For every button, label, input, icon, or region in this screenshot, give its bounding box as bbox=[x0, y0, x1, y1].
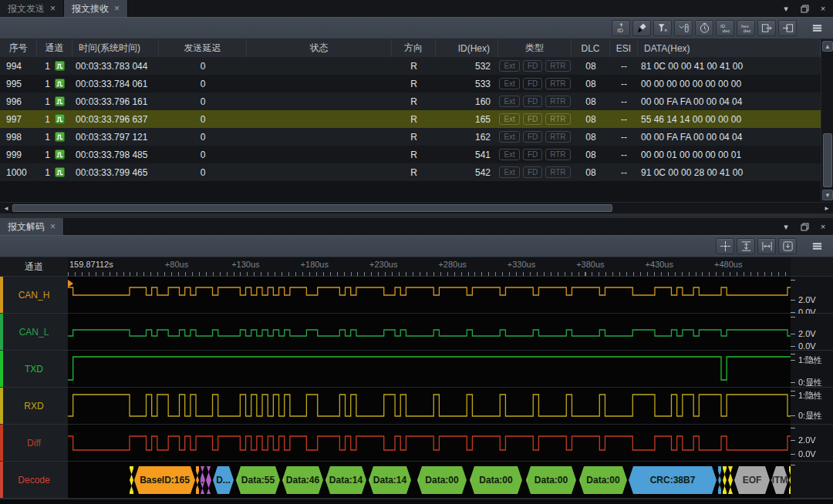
plot-can_l[interactable] bbox=[68, 314, 791, 351]
timer-button[interactable] bbox=[695, 20, 713, 36]
column-header-1[interactable]: 通道 bbox=[37, 39, 73, 57]
decode-segment-BaseID165[interactable]: BaseID:165 bbox=[134, 466, 195, 494]
decode-segment-CRC38B7[interactable]: CRC:38B7 bbox=[629, 466, 717, 494]
decode-panel: 报文解码 × ▾ × 通道 159.87112s +80us+130us+180… bbox=[0, 218, 833, 504]
filter-button[interactable] bbox=[653, 20, 672, 36]
column-header-0[interactable]: 序号 bbox=[0, 39, 37, 57]
channel-label-txd[interactable]: TXD bbox=[0, 351, 68, 388]
channel-label-can_l[interactable]: CAN_L bbox=[0, 314, 68, 351]
scroll-down-icon[interactable]: ▼ bbox=[822, 190, 833, 200]
decode-segment-ITM[interactable]: ITM bbox=[771, 466, 788, 494]
column-header-9[interactable]: ESI bbox=[610, 39, 638, 57]
scroll-right-icon[interactable]: ► bbox=[821, 203, 832, 213]
horizontal-scrollbar[interactable]: ◄ ► bbox=[0, 202, 833, 213]
decode-segment-Data14[interactable]: Data:14 bbox=[325, 466, 366, 494]
decode-segment[interactable] bbox=[196, 466, 199, 494]
export-button[interactable] bbox=[757, 20, 776, 36]
top-tabbar: 报文发送×报文接收× ▾ × bbox=[0, 0, 833, 17]
plot-can_h[interactable] bbox=[68, 277, 791, 314]
crosshair-button[interactable] bbox=[716, 238, 734, 254]
cell-direction: R bbox=[392, 150, 436, 160]
tab-close-icon[interactable]: × bbox=[50, 3, 56, 14]
scroll-up-icon[interactable]: ▲ bbox=[822, 41, 833, 52]
decode-segment[interactable] bbox=[130, 466, 133, 494]
panel-dropdown-icon[interactable]: ▾ bbox=[781, 221, 791, 232]
scroll-left-icon[interactable]: ◄ bbox=[1, 203, 12, 213]
tab-receive[interactable]: 报文接收× bbox=[64, 0, 128, 17]
panel-close-icon[interactable]: × bbox=[818, 221, 828, 232]
decode-segment[interactable] bbox=[206, 466, 211, 494]
table-row[interactable]: 997100:03:33.796 6370R165ExtFDRTR08--55 … bbox=[0, 110, 821, 128]
column-header-7[interactable]: 类型 bbox=[498, 39, 572, 57]
channel-label-can_h[interactable]: CAN_H bbox=[0, 277, 68, 314]
decode-segment-Data14[interactable]: Data:14 bbox=[369, 466, 411, 494]
vertical-scrollbar[interactable]: ▲ ▼ bbox=[821, 40, 833, 201]
decode-segment[interactable] bbox=[723, 466, 727, 494]
column-header-3[interactable]: 发送延迟 bbox=[159, 39, 247, 57]
import-button[interactable] bbox=[778, 20, 797, 36]
type-badge-rtr: RTR bbox=[545, 166, 570, 178]
panel-close-icon[interactable]: × bbox=[818, 3, 828, 14]
plot-decode[interactable]: BaseID:165I..D...Data:55Data:46Data:14Da… bbox=[68, 462, 791, 499]
autoscroll-button[interactable] bbox=[674, 20, 693, 36]
decode-segment-Data55[interactable]: Data:55 bbox=[236, 466, 280, 494]
decode-segment-I[interactable]: I.. bbox=[200, 466, 205, 494]
table-row[interactable]: 999100:03:33.798 4850R541ExtFDRTR08--00 … bbox=[0, 146, 821, 163]
panel-dropdown-icon[interactable]: ▾ bbox=[781, 3, 791, 14]
channel-label-rxd[interactable]: RXD bbox=[0, 388, 68, 425]
time-tick-label: +130us bbox=[231, 260, 259, 269]
decode-segment-Data00[interactable]: Data:00 bbox=[579, 466, 627, 494]
horizontal-scroll-thumb[interactable] bbox=[12, 204, 612, 212]
clear-list-button[interactable] bbox=[632, 20, 651, 36]
column-header-4[interactable]: 状态 bbox=[247, 39, 392, 57]
channel-label-diff[interactable]: Diff bbox=[0, 425, 68, 462]
tab-decode[interactable]: 报文解码 × bbox=[0, 218, 64, 235]
decode-segment-Data00[interactable]: Data:00 bbox=[526, 466, 576, 494]
tab-close-icon[interactable]: × bbox=[50, 221, 56, 232]
column-header-8[interactable]: DLC bbox=[572, 39, 610, 57]
decode-segment-D[interactable]: D... bbox=[213, 466, 234, 494]
time-tick-label: +430us bbox=[646, 260, 673, 269]
axis-tick bbox=[791, 280, 795, 281]
decode-segment[interactable] bbox=[728, 466, 733, 494]
panel-float-icon[interactable] bbox=[799, 3, 810, 14]
decode-segment-Data46[interactable]: Data:46 bbox=[282, 466, 323, 494]
menu-button[interactable] bbox=[805, 20, 828, 36]
cell-seq: 998 bbox=[0, 132, 37, 143]
column-header-2[interactable]: 时间(系统时间) bbox=[73, 39, 159, 57]
decode-segment-Data00[interactable]: Data:00 bbox=[417, 466, 467, 494]
channel-number: 1 bbox=[45, 150, 50, 160]
axis-labels-diff: 2.0V0.0V bbox=[791, 425, 833, 462]
vertical-scroll-thumb[interactable] bbox=[823, 133, 832, 187]
cell-id: 533 bbox=[436, 79, 498, 89]
decode-segment-EOF[interactable]: EOF bbox=[734, 466, 770, 494]
tab-close-icon[interactable]: × bbox=[114, 3, 120, 14]
table-row[interactable]: 1000100:03:33.799 4650R542ExtFDRTR08--91… bbox=[0, 163, 821, 181]
table-row[interactable]: 994100:03:33.783 0440R532ExtFDRTR08--81 … bbox=[0, 57, 821, 75]
id-format-button[interactable]: IDdec bbox=[716, 20, 734, 36]
locate-id-button[interactable]: ID bbox=[612, 20, 630, 36]
tab-send[interactable]: 报文发送× bbox=[0, 0, 64, 17]
table-row[interactable]: 996100:03:33.796 1610R160ExtFDRTR08--00 … bbox=[0, 92, 821, 110]
save-wave-button[interactable] bbox=[778, 238, 797, 254]
measure-horizontal-button[interactable] bbox=[757, 238, 776, 254]
bottom-window-buttons: ▾ × bbox=[781, 218, 828, 235]
table-row[interactable]: 995100:03:33.784 0610R533ExtFDRTR08--00 … bbox=[0, 75, 821, 92]
column-header-5[interactable]: 方向 bbox=[392, 39, 436, 57]
cell-data-bytes: 00 00 01 00 00 00 00 01 bbox=[638, 150, 821, 160]
data-format-button[interactable]: hexdec bbox=[737, 20, 755, 36]
column-header-10[interactable]: DATA(Hex) bbox=[638, 39, 821, 57]
decode-segment[interactable] bbox=[718, 466, 721, 494]
cell-esi: -- bbox=[610, 96, 638, 107]
table-row[interactable]: 998100:03:33.797 1210R162ExtFDRTR08--00 … bbox=[0, 128, 821, 146]
time-tick-label: +180us bbox=[301, 260, 329, 269]
decode-segment-Data00[interactable]: Data:00 bbox=[470, 466, 522, 494]
column-header-6[interactable]: ID(Hex) bbox=[436, 39, 498, 57]
plot-diff[interactable] bbox=[68, 425, 791, 462]
plot-txd[interactable] bbox=[68, 351, 791, 388]
plot-rxd[interactable] bbox=[68, 388, 791, 425]
fit-vertical-button[interactable] bbox=[737, 238, 755, 254]
panel-float-icon[interactable] bbox=[799, 221, 810, 232]
channel-label-decode[interactable]: Decode bbox=[0, 462, 68, 499]
menu-button[interactable] bbox=[805, 238, 828, 254]
